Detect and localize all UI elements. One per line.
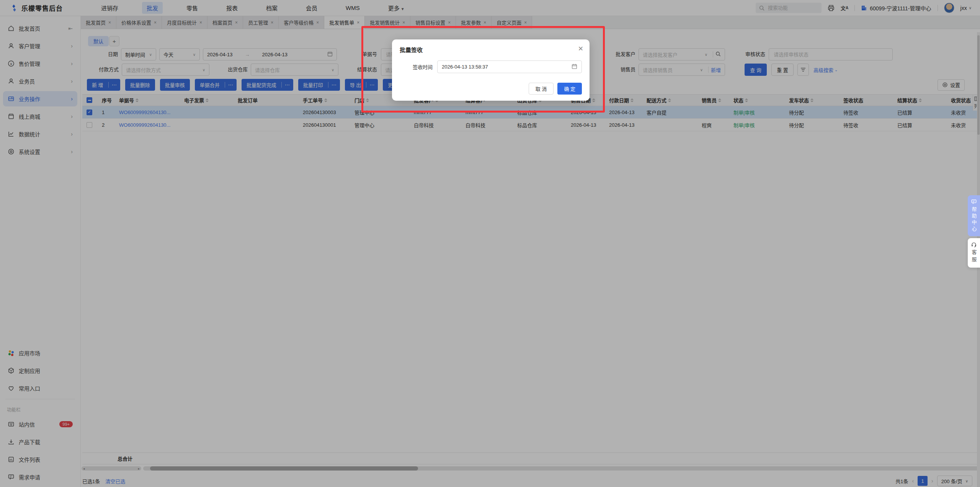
- help-center-label: 帮助中心: [970, 207, 978, 233]
- modal-title: 批量签收: [400, 46, 582, 54]
- headset-icon: [971, 242, 977, 248]
- sign-time-label: 签收时间: [400, 63, 433, 70]
- batch-sign-modal: 批量签收 ✕ 签收时间 2026-04-13 13:58:37 取 消 确 定: [392, 39, 590, 101]
- sign-time-input[interactable]: 2026-04-13 13:58:37: [437, 60, 582, 73]
- close-icon[interactable]: ✕: [578, 45, 583, 53]
- help-center-widget[interactable]: 帮助中心: [968, 195, 980, 236]
- calendar-icon: [572, 64, 577, 70]
- confirm-button[interactable]: 确 定: [557, 83, 582, 95]
- customer-service-widget[interactable]: 客服: [968, 238, 980, 268]
- help-chat-icon: [971, 199, 977, 205]
- customer-service-label: 客服: [970, 250, 978, 264]
- cancel-button[interactable]: 取 消: [529, 83, 554, 95]
